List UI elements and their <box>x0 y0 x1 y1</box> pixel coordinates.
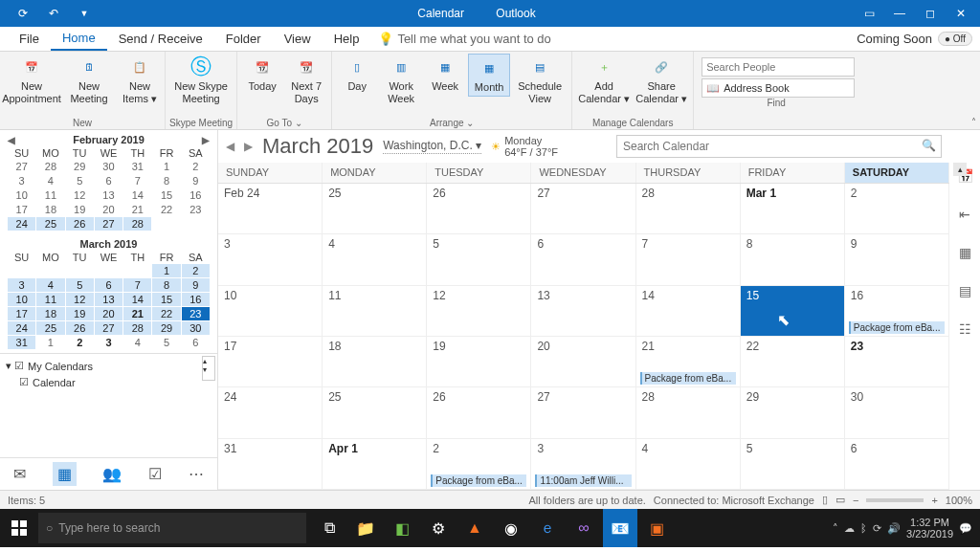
day-cell[interactable]: 18 <box>323 337 427 387</box>
event-package[interactable]: Package from eBa... <box>431 474 526 487</box>
app-explorer-icon[interactable]: 📁 <box>348 509 383 547</box>
tell-me[interactable]: 💡 Tell me what you want to do <box>378 32 550 46</box>
event-package[interactable]: Package from eBa... <box>640 372 736 385</box>
week-button[interactable]: ▦Week <box>424 54 466 95</box>
day-cell[interactable]: 13 <box>531 286 635 337</box>
refresh-icon[interactable]: ⟳ <box>11 3 34 24</box>
day-cell[interactable]: 10 <box>218 286 323 337</box>
day-cell[interactable]: 7 <box>636 234 741 285</box>
month-peek-icon[interactable]: ▦ <box>959 245 971 260</box>
view-normal-icon[interactable]: ▯ <box>822 494 828 506</box>
app-edge-icon[interactable]: ｅ <box>530 509 565 547</box>
mini-cal-feb-grid[interactable]: SUMOTUWETHFRSA 272829303112 3456789 1011… <box>8 147 210 231</box>
day-cell[interactable]: 4 <box>636 439 741 490</box>
day-cell[interactable]: 27 <box>531 387 635 438</box>
app-chrome-icon[interactable]: ◉ <box>494 509 528 547</box>
tab-home[interactable]: Home <box>51 27 107 51</box>
list-peek-icon[interactable]: ☷ <box>959 321 971 337</box>
day-cell[interactable]: 25 <box>323 184 427 234</box>
app-vs-icon[interactable]: ∞ <box>567 509 601 547</box>
calendar-nav-icon[interactable]: ▦ <box>53 462 77 486</box>
day-cell[interactable]: 6 <box>845 439 949 490</box>
tasks-icon[interactable]: ☑ <box>148 465 162 483</box>
tray-overflow-icon[interactable]: ˄ <box>833 522 838 535</box>
week-peek-icon[interactable]: ⇤ <box>959 207 970 222</box>
weather[interactable]: ☀ Monday 64°F / 37°F <box>491 135 558 158</box>
day-cell[interactable]: 22 <box>741 337 845 387</box>
share-calendar-button[interactable]: 🔗Share Calendar ▾ <box>634 54 689 106</box>
app-steam-icon[interactable]: ⚙ <box>421 509 456 547</box>
my-calendars-toggle[interactable]: ▾ ☑ My Calendars <box>6 358 212 374</box>
people-icon[interactable]: 👥 <box>102 465 122 483</box>
day-cell[interactable]: 8 <box>741 234 845 285</box>
day-cell[interactable]: 30 <box>845 387 949 438</box>
day-cell[interactable]: 24 <box>218 387 323 438</box>
tray-bt-icon[interactable]: ᛒ <box>860 522 867 534</box>
qat-dropdown-icon[interactable]: ▼ <box>73 3 96 24</box>
search-people-input[interactable] <box>702 57 855 77</box>
day-cell[interactable]: 9 <box>845 234 949 285</box>
app-vlc-icon[interactable]: ▲ <box>457 509 492 547</box>
new-appointment-button[interactable]: 📅New Appointment <box>4 54 59 106</box>
day-cell[interactable]: 21Package from eBa... <box>636 337 741 387</box>
start-button[interactable] <box>0 509 38 547</box>
day-cell[interactable]: 20 <box>531 337 635 387</box>
grid-scroll-up[interactable]: ▴ <box>953 163 967 176</box>
tray-volume-icon[interactable]: 🔊 <box>887 522 901 535</box>
new-items-button[interactable]: 📋New Items ▾ <box>119 54 161 106</box>
task-view-icon[interactable]: ⧉ <box>312 509 346 547</box>
zoom-out-icon[interactable]: − <box>853 495 858 506</box>
tray-notifications-icon[interactable]: 💬 <box>959 522 972 535</box>
next-month-icon[interactable]: ▶ <box>202 135 210 145</box>
mycal-scroll[interactable]: ▴▾ <box>202 356 215 381</box>
month-button[interactable]: ▦Month <box>468 54 510 97</box>
minimize-icon[interactable]: — <box>888 3 911 24</box>
next7-button[interactable]: 📆Next 7 Days <box>285 54 327 106</box>
day-cell[interactable]: 28 <box>636 184 741 234</box>
day-cell[interactable]: 2 <box>845 184 949 234</box>
day-cell[interactable]: 6 <box>531 234 635 285</box>
tab-send-receive[interactable]: Send / Receive <box>107 28 214 50</box>
taskbar-search[interactable]: ○ Type here to search <box>38 513 306 543</box>
address-book-button[interactable]: 📖Address Book <box>702 78 855 98</box>
schedule-view-button[interactable]: ▤Schedule View <box>512 54 568 106</box>
day-cell[interactable]: 16Package from eBa... <box>845 286 949 337</box>
mini-cal-mar-grid[interactable]: SUMOTUWETHFRSA 12 3456789 10111213141516… <box>8 252 210 349</box>
next-icon[interactable]: ▶ <box>244 140 253 153</box>
day-cell[interactable]: 14 <box>636 286 741 337</box>
day-cell[interactable]: 5 <box>427 234 531 285</box>
today-button[interactable]: 📆Today <box>241 54 283 95</box>
day-cell[interactable]: 31 <box>218 439 323 490</box>
day-cell[interactable]: 2Package from eBa... <box>427 439 531 490</box>
taskbar-clock[interactable]: 1:32 PM 3/23/2019 <box>906 517 953 540</box>
tray-cloud-icon[interactable]: ☁ <box>844 522 855 535</box>
maximize-icon[interactable]: ◻ <box>919 3 942 24</box>
app-snagit-icon[interactable]: ▣ <box>639 509 674 547</box>
prev-icon[interactable]: ◀ <box>226 140 234 153</box>
tab-help[interactable]: Help <box>323 28 371 50</box>
search-icon[interactable]: 🔍 <box>922 139 936 152</box>
day-cell[interactable]: 17 <box>218 337 323 387</box>
event-package[interactable]: Package from eBa... <box>849 321 945 334</box>
schedule-peek-icon[interactable]: ▤ <box>959 283 971 298</box>
day-cell[interactable]: 28 <box>636 387 741 438</box>
close-icon[interactable]: ✕ <box>949 3 972 24</box>
day-cell[interactable]: 3 <box>218 234 323 285</box>
tray-sync-icon[interactable]: ⟳ <box>873 522 881 535</box>
day-cell[interactable]: Mar 1 <box>741 184 845 234</box>
search-calendar-input[interactable] <box>616 135 942 158</box>
day-cell[interactable]: 12 <box>427 286 531 337</box>
zoom-slider[interactable] <box>866 498 924 502</box>
coming-soon-toggle[interactable]: ● Off <box>938 32 972 46</box>
ribbon-mode-icon[interactable]: ▭ <box>858 3 880 24</box>
day-cell[interactable]: 27 <box>531 184 635 234</box>
view-reading-icon[interactable]: ▭ <box>835 494 845 506</box>
app-camtasia-icon[interactable]: ◧ <box>385 509 419 547</box>
day-cell[interactable]: Feb 24 <box>218 184 323 234</box>
day-cell-today[interactable]: 23 <box>845 337 949 387</box>
calendar-item[interactable]: ☑ Calendar <box>6 374 212 390</box>
day-cell[interactable]: Apr 1 <box>323 439 427 490</box>
work-week-button[interactable]: ▥Work Week <box>380 54 422 106</box>
day-cell[interactable]: 19 <box>427 337 531 387</box>
tab-folder[interactable]: Folder <box>214 28 273 50</box>
